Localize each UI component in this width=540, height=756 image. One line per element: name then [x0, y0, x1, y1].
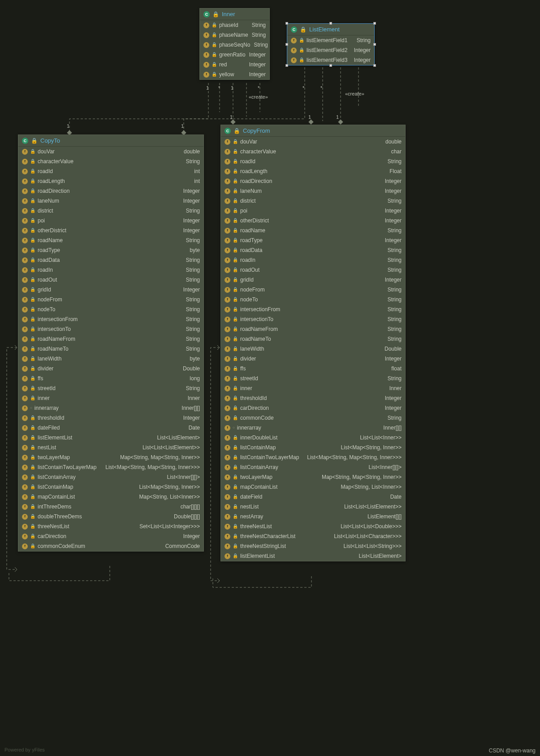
field-type: String	[182, 256, 200, 264]
field-row: f🔒roadTypebyte	[18, 245, 203, 255]
field-name: laneNum	[240, 187, 262, 195]
field-name: carDirection	[240, 404, 269, 412]
field-type: Date	[387, 493, 402, 501]
field-name: roadNameFrom	[240, 325, 278, 333]
field-row: f🔒roadOutString	[221, 265, 405, 275]
field-name: ffs	[38, 374, 43, 382]
field-icon: f	[203, 22, 209, 28]
powered-by-label: Powered by yFiles	[4, 747, 45, 752]
class-listelement[interactable]: C 🔒 ListElement f🔒listElementField1Strin…	[287, 23, 375, 65]
field-icon: f	[225, 307, 230, 313]
field-name: roadNameFrom	[38, 335, 75, 343]
label-create: «create»	[249, 94, 268, 100]
field-type: List<List<List<Character>>>	[330, 532, 402, 540]
class-copyfrom[interactable]: C 🔒 CopyFrom f🔒douVardoublef🔒characterVa…	[220, 125, 406, 561]
field-row: f🔒listContainMapList<Map<String, Inner>>	[221, 443, 405, 452]
field-icon: f	[22, 326, 28, 332]
field-row: f🔒roadIdString	[221, 156, 405, 166]
field-icon: f	[22, 287, 28, 293]
class-copyto[interactable]: C 🔒 CopyTo f🔒douVardoublef🔒characterValu…	[18, 135, 204, 552]
field-icon: f	[22, 435, 28, 441]
class-header: C 🔒 Inner	[200, 9, 269, 20]
field-row: f🔒poiInteger	[18, 216, 203, 226]
field-icon: f	[22, 317, 28, 322]
label-create2: «create»	[345, 91, 364, 96]
field-row: f🔒gridIdInteger	[18, 285, 203, 295]
field-icon: f	[22, 376, 28, 382]
field-type: Integer	[180, 532, 200, 540]
field-icon: f	[225, 336, 230, 342]
field-row: f🔒laneNumInteger	[221, 186, 405, 196]
lock-icon: 🔒	[212, 21, 217, 29]
field-row: f🔒streetIdString	[18, 383, 203, 393]
field-row: f🔒twoLayerMapMap<String, Map<String, Inn…	[221, 472, 405, 482]
field-icon: f	[225, 524, 230, 530]
field-type: Integer	[381, 394, 402, 402]
field-type: List<List<ListElement>>	[139, 443, 200, 452]
field-row: f🔒greenRatioInteger	[200, 50, 269, 60]
lock-icon: 🔒	[233, 197, 238, 205]
field-icon: f	[225, 474, 230, 480]
field-type: Integer	[180, 286, 200, 294]
field-type: Integer	[381, 236, 402, 244]
field-name: roadId	[240, 157, 255, 165]
field-row: f🔒ffsfloat	[221, 364, 405, 374]
field-name: greenRatio	[219, 51, 246, 59]
field-name: nestList	[240, 503, 259, 511]
class-inner[interactable]: C 🔒 Inner f🔒phaseIdStringf🔒phaseNameStri…	[199, 8, 270, 80]
lock-icon: 🔒	[30, 463, 35, 471]
field-row: f🔒otherDistrictInteger	[221, 216, 405, 226]
field-row: f🔒characterValuechar	[221, 147, 405, 156]
field-name: characterValue	[240, 148, 276, 156]
field-row: f🔒nodeFromString	[221, 285, 405, 295]
lock-icon: 🔒	[30, 286, 35, 294]
lock-icon: 🔒	[30, 266, 35, 274]
field-type: String	[182, 276, 200, 284]
field-name: threeNestList	[38, 522, 69, 530]
field-name: innerarray	[237, 424, 261, 432]
lock-icon: 🔒	[30, 197, 35, 205]
field-type: List<Map<String, Inner>>	[136, 483, 200, 491]
field-type: float	[388, 365, 402, 373]
field-name: listContainArray	[240, 463, 278, 471]
field-list: f🔒douVardoublef🔒characterValuecharf🔒road…	[221, 137, 405, 561]
field-name: threeNestStringList	[240, 542, 286, 550]
lock-icon: 🔒	[30, 424, 35, 432]
field-row: f🔒listContainTwoLayerMapList<Map<String,…	[18, 462, 203, 472]
field-name: laneWidth	[240, 345, 264, 353]
lock-icon: 🔒	[233, 404, 238, 412]
lock-icon: 🔒	[30, 167, 35, 175]
field-type: List<Map<String, Map<String, Inner>>>	[102, 463, 200, 471]
svg-text:*: *	[218, 85, 220, 91]
field-name: roadNameTo	[240, 335, 271, 343]
lock-icon: 🔒	[233, 226, 238, 235]
field-icon: f	[225, 198, 230, 204]
field-row: f🔒nodeToString	[221, 295, 405, 304]
field-icon: f	[22, 405, 28, 411]
field-row: f🔒thresholdIdInteger	[18, 413, 203, 423]
field-type: String	[384, 315, 402, 323]
lock-icon: 🔒	[233, 246, 238, 254]
field-row: f🔒roadNameString	[221, 226, 405, 235]
field-row: f🔒intersectionFromString	[221, 304, 405, 314]
field-icon: f	[225, 149, 230, 155]
field-icon: f	[225, 317, 230, 322]
field-name: intersectionTo	[38, 325, 71, 333]
lock-icon: 🔒	[233, 522, 238, 530]
field-icon: f	[22, 465, 28, 470]
lock-icon: 🔒	[233, 157, 238, 165]
field-name: listElementList	[240, 552, 275, 560]
lock-icon: 🔒	[233, 295, 238, 304]
field-name: roadLength	[38, 177, 65, 185]
lock-icon: 🔒	[233, 236, 238, 244]
lock-icon: 🔒	[233, 463, 238, 471]
field-icon: f	[22, 248, 28, 253]
field-icon: f	[225, 534, 230, 539]
field-icon: f	[22, 366, 28, 372]
field-type: String	[384, 325, 402, 333]
field-name: poi	[240, 207, 247, 215]
package-icon: 🔒	[31, 138, 38, 144]
field-row: f🔒districtString	[221, 196, 405, 206]
field-name: listElementList	[38, 434, 72, 442]
field-row: f🔒doubleThreeDemsDouble[][][]	[18, 512, 203, 521]
